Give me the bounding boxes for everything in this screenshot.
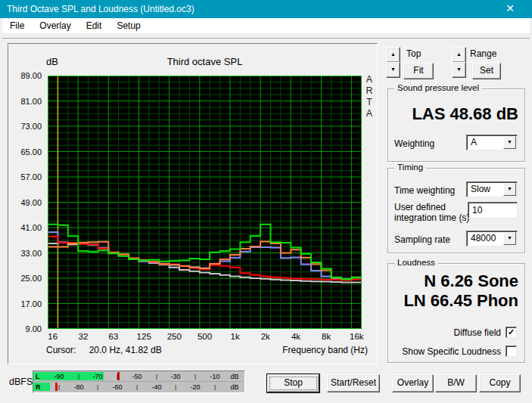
diffuse-field-row: Diffuse field ✓ (454, 327, 517, 338)
meter-scale-label: -50 (132, 373, 142, 380)
range-down-spinner[interactable]: ▼ (452, 62, 466, 78)
menu-bar: FileOverlayEditSetup (2, 18, 530, 33)
range-label: Range (470, 48, 496, 59)
meter-scale-label: -40 (151, 383, 161, 391)
meter-row-right: R -80-60-40-20|||||dB (33, 381, 243, 392)
sampling-rate-label: Sampling rate (394, 234, 450, 245)
overlay-button[interactable]: Overlay (392, 374, 434, 392)
time-weighting-dropdown-icon[interactable]: ▼ (503, 183, 516, 196)
x-tick-label: 16 (48, 332, 58, 341)
meter-scale-label: -20 (190, 383, 200, 391)
top-down-spinner[interactable]: ▼ (386, 62, 400, 78)
meter-scale-label: -10 (210, 373, 219, 380)
integration-time-label: User defined integration time (s) (394, 202, 469, 223)
x-tick-label: 1k (231, 332, 240, 341)
time-weighting-label: Time weighting (394, 185, 455, 196)
y-tick-label: 57.00 (8, 172, 42, 181)
y-tick-label: 49.00 (8, 198, 42, 207)
cursor-label: Cursor: (46, 345, 76, 355)
spl-plot-svg[interactable] (48, 76, 362, 329)
x-tick-label: 8k (322, 332, 331, 341)
meter-scale-label: -60 (112, 383, 122, 391)
spl-group-legend: Sound pressure level (394, 83, 482, 92)
level-meter: L -90-70-50-30-10||||dB R -80-60-40-20||… (33, 370, 245, 393)
weighting-label: Weighting (394, 138, 434, 149)
meter-unit-label: dB (230, 373, 238, 380)
specific-loudness-label: Show Specific Loudness (402, 346, 501, 357)
weighting-select[interactable]: A ▼ (466, 135, 518, 150)
meter-scale-label: -30 (170, 373, 180, 380)
spl-plot[interactable] (48, 76, 362, 329)
diffuse-field-label: Diffuse field (454, 327, 501, 338)
chart-panel: dB Third octave SPL 89.0081.0073.0065.00… (8, 43, 378, 364)
x-tick-label: 63 (109, 332, 119, 341)
start-reset-button[interactable]: Start/Reset (327, 374, 380, 392)
dbfs-label: dBFS (9, 377, 33, 387)
top-up-spinner[interactable]: ▲ (386, 47, 400, 63)
app-window: Third Octave SPL and Loudness (Untitled.… (0, 0, 532, 403)
loudness-group-legend: Loudness (394, 258, 438, 267)
x-tick-label: 500 (198, 332, 212, 341)
meter-peak-indicator-right (55, 383, 58, 391)
x-tick-label: 2k (261, 332, 270, 341)
integration-time-input[interactable]: 10 (468, 202, 518, 219)
meter-scale-tick: | (194, 373, 196, 380)
spl-value: LAS 48.68 dB (412, 104, 518, 124)
set-button[interactable]: Set (472, 63, 501, 79)
sampling-rate-select[interactable]: 48000 ▼ (466, 231, 518, 246)
time-weighting-select[interactable]: Slow ▼ (466, 181, 518, 197)
timing-group: Timing Time weighting Slow ▼ User define… (387, 168, 525, 253)
integration-time-value: 10 (472, 205, 482, 215)
cursor-value: 20.0 Hz, 41.82 dB (89, 345, 162, 355)
fit-button[interactable]: Fit (403, 63, 434, 79)
specific-loudness-row: Show Specific Loudness (402, 346, 517, 357)
range-up-spinner[interactable]: ▲ (452, 47, 466, 63)
diffuse-field-checkbox[interactable]: ✓ (506, 327, 517, 338)
window-title: Third Octave SPL and Loudness (Untitled.… (7, 0, 194, 18)
x-axis-labels: 1632631252505001k2k4k8k16k (48, 332, 362, 343)
loudness-ln-value: LN 66.45 Phon (403, 291, 518, 311)
weighting-value: A (471, 137, 477, 147)
y-tick-label: 81.00 (8, 97, 42, 106)
menu-item-setup[interactable]: Setup (109, 18, 148, 33)
sampling-rate-dropdown-icon[interactable]: ▼ (503, 232, 516, 245)
title-bar: Third Octave SPL and Loudness (Untitled.… (0, 0, 532, 18)
menu-item-edit[interactable]: Edit (79, 18, 110, 33)
meter-scale-tick: | (58, 383, 60, 390)
meter-scale-tick: | (156, 373, 157, 380)
cursor-readout: Cursor: 20.0 Hz, 41.82 dB (46, 345, 162, 355)
time-weighting-value: Slow (471, 184, 490, 194)
close-icon[interactable]: ✕ (499, 0, 521, 18)
meter-scale-label: -70 (92, 373, 102, 380)
timing-group-legend: Timing (394, 163, 426, 172)
y-tick-label: 25.00 (8, 274, 42, 283)
weighting-dropdown-icon[interactable]: ▼ (503, 136, 516, 149)
y-tick-label: 41.00 (8, 223, 42, 232)
x-tick-label: 250 (167, 332, 182, 341)
meter-scale-tick: | (97, 383, 98, 390)
specific-loudness-checkbox[interactable] (506, 346, 517, 357)
meter-scale-tick: | (214, 383, 216, 390)
copy-button[interactable]: Copy (479, 374, 521, 392)
meter-scale-tick: | (175, 383, 176, 390)
x-tick-label: 125 (137, 332, 151, 341)
menu-item-overlay[interactable]: Overlay (32, 18, 78, 33)
x-tick-label: 16k (350, 332, 364, 341)
meter-scale-label: -80 (73, 383, 83, 391)
y-tick-label: 65.00 (8, 147, 42, 157)
chart-title: Third octave SPL (48, 56, 362, 67)
y-tick-label: 89.00 (8, 71, 42, 80)
stop-button[interactable]: Stop (267, 374, 319, 392)
meter-scale-tick: | (136, 383, 138, 390)
menu-item-file[interactable]: File (2, 18, 32, 33)
meter-unit-label: dB (230, 383, 238, 391)
x-tick-label: 32 (78, 332, 88, 341)
menu-divider (2, 38, 530, 39)
meter-row-left: L -90-70-50-30-10||||dB (33, 371, 243, 381)
x-axis-title: Frequency band (Hz) (282, 345, 368, 355)
meter-scale-label: -90 (54, 373, 64, 380)
y-tick-label: 73.00 (8, 122, 42, 131)
meter-channel-label-left: L (36, 373, 40, 380)
bw-button[interactable]: B/W (435, 374, 477, 392)
arta-watermark: ARTA (364, 74, 375, 119)
